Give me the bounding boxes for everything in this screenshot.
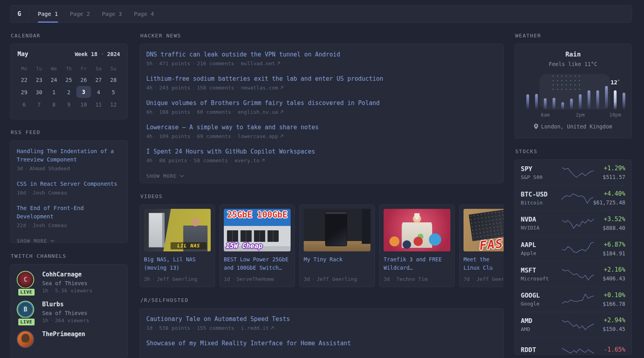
page-tabs: Page 1Page 2Page 3Page 4 [29, 6, 154, 22]
post-domain: english.nv.ua [238, 109, 278, 115]
stock-price: $166.78 [594, 301, 625, 307]
list-item: Unique volumes of Brothers Grimm fairy t… [146, 99, 497, 115]
show-more-button[interactable]: SHOW MORE [146, 173, 184, 179]
stock-row[interactable]: NVDANVIDIA+3.52%$888.40 [521, 210, 625, 236]
post-title-link[interactable]: Unique volumes of Brothers Grimm fairy t… [146, 99, 497, 107]
video-card[interactable]: FASMeet the Linux Clu7d·Jeff Geerling [459, 204, 504, 287]
calendar-day: 12 [106, 98, 121, 111]
article-author: Josh Comeau [33, 190, 67, 196]
stock-symbol: MSFT [521, 267, 562, 274]
external-link-icon [261, 159, 265, 162]
channel-name: ThePrimeagen [42, 331, 85, 338]
twitch-channel-row[interactable]: BLIVEBlurbsSea of Thieves1h·264 viewers [17, 301, 121, 323]
dot-separator: · [312, 276, 315, 282]
thumbnail-text-overlay: 25GbE 100GbE [224, 210, 291, 220]
app-logo[interactable]: G [10, 6, 29, 22]
time-axis-label: 2pm [576, 112, 585, 118]
location-pin-icon [534, 124, 538, 129]
calendar-weekday: Th [61, 63, 76, 74]
weather-widget: Rain Feels like 11°C 12° 6am2pm10pm Lond… [514, 44, 632, 138]
stock-row[interactable]: RDDT-1.65% [521, 337, 625, 355]
tab-page-3[interactable]: Page 3 [102, 6, 122, 22]
video-thumbnail[interactable]: LIL NAS [144, 209, 211, 251]
stock-sparkline [562, 317, 594, 332]
post-title-link[interactable]: Lithium-free sodium batteries exit the l… [146, 75, 497, 83]
channel-meta: 1h·264 viewers [42, 317, 89, 323]
article-title-link[interactable]: The End of Front-End Development [17, 204, 121, 221]
stock-row[interactable]: BTC-USDBitcoin+4.40%$61,725.48 [521, 185, 625, 211]
video-title-link[interactable]: Traefik 3 and FREE Wildcard… [384, 255, 450, 272]
post-meta: 5h·471 points·216 comments·mullvad.net [146, 60, 497, 66]
video-title-link[interactable]: BEST Low Power 25GbE and 100GbE Switch… [224, 255, 291, 272]
video-thumbnail[interactable] [304, 209, 370, 251]
post-title-link[interactable]: Showcase of my Mixed Reality Interface f… [146, 339, 497, 348]
stock-row[interactable]: SPYS&P 500+1.29%$511.57 [521, 160, 625, 185]
calendar-weekday: Mo [17, 63, 31, 74]
post-comments: 155 comments [197, 325, 234, 331]
stock-symbol: SPY [521, 165, 562, 173]
rain-dots-pattern [551, 74, 580, 93]
dot-separator: · [192, 325, 195, 331]
post-title-link[interactable]: DNS traffic can leak outside the VPN tun… [146, 51, 497, 59]
video-thumbnail[interactable]: 25GbE 100GbE15W Cheap [224, 209, 291, 251]
live-badge: LIVE [17, 318, 35, 326]
calendar-day: 10 [76, 98, 91, 111]
external-link-icon [270, 326, 274, 330]
dot-separator: · [155, 109, 157, 115]
channel-info: CohhCarnageSea of Thieves1h·5.5k viewers [42, 271, 92, 294]
post-comments: 58 comments [194, 158, 228, 163]
calendar-week-year: Week 18 · 2024 [75, 51, 120, 57]
stock-id: BTC-USDBitcoin [521, 191, 561, 206]
video-title-link[interactable]: Big NAS, Lil NAS (moving 13) [144, 255, 211, 272]
article-author: Ahmad Shadeed [29, 165, 70, 171]
post-domain: lowercase.app [238, 133, 278, 139]
article-meta: 22d·Josh Comeau [17, 222, 121, 228]
dashboard-page: G Page 1Page 2Page 3Page 4 CALENDAR May … [0, 0, 644, 358]
article-title-link[interactable]: CSS in React Server Components [17, 180, 121, 188]
twitch-channel-row[interactable]: CLIVECohhCarnageSea of Thieves1h·5.5k vi… [17, 271, 121, 294]
video-title-link[interactable]: Meet the Linux Clu [464, 255, 504, 272]
tab-page-4[interactable]: Page 4 [134, 6, 154, 22]
article-title-link[interactable]: Handling The Indentation of a Treeview C… [17, 147, 121, 164]
stream-uptime: 1h [42, 317, 48, 323]
weather-temp-bar [596, 90, 599, 109]
post-meta: 4h·88 points·58 comments·every.to [146, 158, 497, 163]
stock-row[interactable]: GOOGLGoogle+0.10%$166.78 [521, 286, 625, 312]
channel-info: BlurbsSea of Thieves1h·264 viewers [42, 301, 89, 323]
dot-separator: · [232, 276, 235, 282]
video-channel: Jeff Geerling [157, 276, 197, 282]
stock-name: AMD [521, 326, 562, 332]
weather-temp-bar [561, 102, 564, 109]
weather-temp-bar [535, 94, 538, 109]
show-more-button[interactable]: SHOW MORE [17, 238, 54, 244]
stock-row[interactable]: AAPLApple+6.87%$184.91 [521, 236, 625, 261]
video-card[interactable]: Traefik 3 and FREE Wildcard…3d·Techno Ti… [379, 204, 455, 287]
post-title-link[interactable]: Lowercase – A simple way to take and sha… [146, 123, 497, 132]
article-author: Josh Comeau [33, 222, 67, 228]
calendar-day: 23 [31, 74, 46, 86]
list-item: Lithium-free sodium batteries exit the l… [146, 75, 497, 91]
video-card[interactable]: LIL NASBig NAS, Lil NAS (moving 13)3h·Je… [140, 204, 215, 287]
article-meta: 18d·Josh Comeau [17, 190, 121, 196]
stock-change: +3.52% [594, 216, 625, 223]
video-card[interactable]: My Tiny Rack3d·Jeff Geerling [299, 204, 375, 287]
stock-row[interactable]: MSFTMicrosoft+2.16%$406.43 [521, 261, 625, 286]
stock-symbol: AMD [521, 317, 562, 325]
top-navbar: G Page 1Page 2Page 3Page 4 [10, 5, 632, 23]
video-thumbnail[interactable] [384, 209, 450, 251]
weather-temp-bar [526, 94, 529, 109]
external-link-icon [280, 110, 283, 114]
stock-row[interactable]: AMDAMD+2.94%$150.45 [521, 312, 625, 337]
videos-widget: LIL NASBig NAS, Lil NAS (moving 13)3h·Je… [140, 204, 504, 287]
dot-separator: · [155, 134, 157, 139]
calendar-grid: 222324252627282930123456789101112 [17, 74, 121, 111]
video-title-link[interactable]: My Tiny Rack [304, 255, 370, 272]
post-domain: newatlas.com [241, 85, 278, 91]
video-card[interactable]: 25GbE 100GbE15W CheapBEST Low Power 25Gb… [219, 204, 295, 287]
post-title-link[interactable]: Cautionary Tale on Automated Speed Tests [146, 315, 497, 323]
tab-page-1[interactable]: Page 1 [38, 6, 58, 22]
tab-page-2[interactable]: Page 2 [70, 6, 90, 22]
twitch-channel-row[interactable]: ThePrimeagen [17, 331, 121, 348]
video-thumbnail[interactable]: FAS [464, 209, 504, 251]
post-title-link[interactable]: I Spent 24 Hours with GitHub Copilot Wor… [146, 148, 497, 156]
